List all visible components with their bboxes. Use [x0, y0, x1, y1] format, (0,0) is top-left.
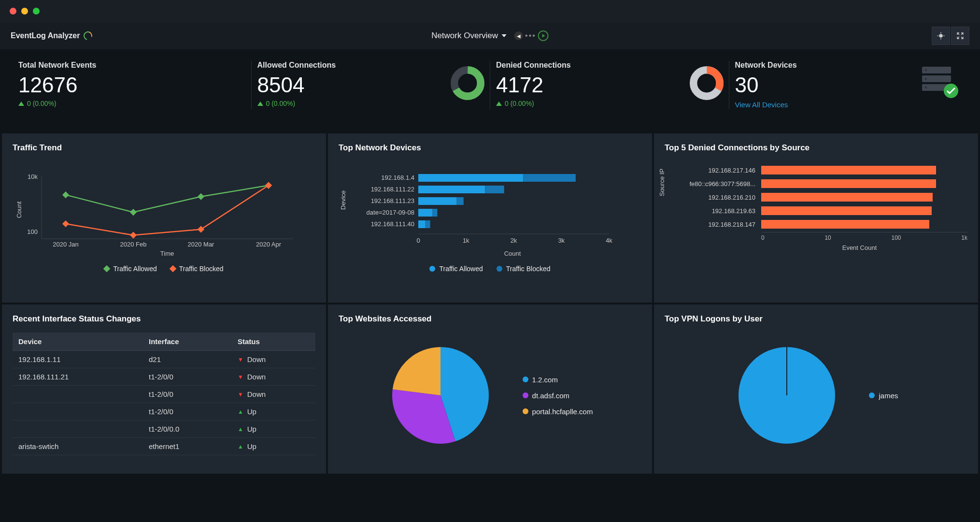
overview-dropdown[interactable]: Network Overview — [431, 31, 507, 41]
legend-dot-icon — [429, 266, 435, 272]
arrow-up-icon: ▲ — [238, 426, 243, 433]
overview-title: Network Overview — [431, 31, 498, 41]
svg-text:2k: 2k — [511, 237, 517, 244]
legend-item: portal.hcfaplle.com — [523, 407, 593, 416]
stats-row: Total Network Events 12676 0 (0.00%) All… — [0, 49, 980, 133]
chart-legend: james — [869, 392, 898, 400]
top-websites-pie-chart — [387, 342, 494, 449]
view-all-devices-link[interactable]: View All Devices — [735, 101, 788, 109]
svg-text:2020 Feb: 2020 Feb — [120, 241, 147, 248]
panel-interface-changes: Recent Interface Status Changes Device I… — [2, 304, 326, 474]
theme-toggle-button[interactable] — [932, 27, 950, 45]
cell-status: ▲Up — [232, 438, 315, 455]
col-device[interactable]: Device — [13, 333, 143, 351]
legend-item: Traffic Blocked — [170, 265, 224, 273]
svg-rect-37 — [523, 174, 576, 182]
svg-text:100: 100 — [27, 228, 38, 235]
panel-top-vpn: Top VPN Logons by User james — [654, 304, 978, 474]
stat-delta: 0 (0.00%) — [496, 100, 723, 107]
top-devices-chart: Device 192.168.1.4192.168.111.22192.168.… — [339, 161, 638, 258]
arrow-down-icon: ▼ — [238, 374, 243, 380]
bar-row: fe80::c966:3077:5698... — [674, 178, 967, 189]
cell-status: ▼Down — [232, 368, 315, 386]
panel-title: Top Websites Accessed — [339, 314, 641, 324]
triangle-up-icon — [257, 102, 263, 106]
table-row[interactable]: t1-2/0/0▼Down — [13, 386, 315, 403]
bar-label: 192.168.216.210 — [674, 194, 761, 201]
cell-device: 192.168.1.11 — [13, 351, 143, 368]
triangle-up-icon — [18, 102, 24, 106]
bar-label: 192.168.218.147 — [674, 221, 761, 228]
svg-text:2020 Jan: 2020 Jan — [53, 241, 79, 248]
panel-title: Top Network Devices — [339, 143, 641, 153]
svg-rect-31 — [130, 232, 137, 239]
legend-dot-icon — [523, 408, 528, 414]
top-vpn-pie-chart — [734, 342, 840, 449]
cell-status: ▲Up — [232, 420, 315, 438]
cell-device: 192.168.111.21 — [13, 368, 143, 386]
cell-device: arista-swtich — [13, 438, 143, 455]
cell-status: ▲Up — [232, 403, 315, 420]
fullscreen-toggle-button[interactable] — [951, 27, 969, 45]
window-titlebar — [0, 0, 980, 22]
bar-row: 192.168.217.146 — [674, 164, 967, 176]
legend-dot-icon — [523, 377, 528, 382]
app-header: EventLog Analyzer Network Overview ◀ ••• — [0, 22, 980, 49]
svg-rect-32 — [198, 226, 204, 233]
prev-button[interactable]: ◀ — [514, 31, 523, 40]
stat-delta: 0 (0.00%) — [257, 100, 484, 107]
svg-text:4k: 4k — [606, 237, 612, 244]
maximize-window-dot[interactable] — [33, 8, 40, 14]
panel-title: Recent Interface Status Changes — [13, 314, 315, 324]
svg-text:192.168.111.40: 192.168.111.40 — [371, 220, 414, 228]
col-interface[interactable]: Interface — [143, 333, 232, 351]
panel-traffic-trend: Traffic Trend Count 10k 100 2020 Jan2020… — [2, 133, 326, 303]
svg-point-0 — [939, 34, 943, 38]
table-row[interactable]: 192.168.1.11d21▼Down — [13, 351, 315, 368]
stat-denied: Denied Connections 4172 0 (0.00%) — [490, 61, 729, 109]
panel-title: Traffic Trend — [13, 143, 315, 153]
cell-status: ▼Down — [232, 386, 315, 403]
allowed-donut-chart — [450, 66, 485, 101]
close-window-dot[interactable] — [10, 8, 16, 14]
table-row[interactable]: t1-2/0/0▲Up — [13, 403, 315, 420]
svg-rect-46 — [433, 209, 438, 217]
logo-icon — [82, 30, 94, 42]
svg-rect-39 — [418, 186, 485, 193]
cell-interface: d21 — [143, 351, 232, 368]
svg-rect-45 — [418, 209, 433, 217]
svg-text:Time: Time — [160, 250, 174, 257]
stat-total-events: Total Network Events 12676 0 (0.00%) — [13, 61, 252, 109]
svg-point-14 — [925, 87, 927, 88]
svg-rect-26 — [62, 191, 69, 198]
slideshow-controls: ◀ ••• — [514, 30, 549, 41]
minimize-window-dot[interactable] — [21, 8, 28, 14]
table-row[interactable]: t1-2/0/0.0▲Up — [13, 420, 315, 438]
play-button[interactable] — [538, 30, 549, 41]
svg-text:192.168.111.22: 192.168.111.22 — [371, 186, 414, 193]
arrow-down-icon: ▼ — [238, 356, 243, 363]
server-stack-icon — [918, 63, 962, 102]
stat-delta: 0 (0.00%) — [18, 100, 245, 107]
legend-dot-icon — [523, 392, 528, 398]
devices-legend: Traffic Allowed Traffic Blocked — [339, 265, 641, 273]
cell-device — [13, 386, 143, 403]
chart-legend: 1.2.comdt.adsf.comportal.hcfaplle.com — [523, 376, 593, 416]
legend-dot-icon — [869, 392, 875, 398]
x-axis-label: Event Count — [752, 244, 967, 251]
svg-text:10k: 10k — [28, 173, 38, 180]
svg-rect-40 — [485, 186, 504, 193]
bar-row: 192.168.219.63 — [674, 205, 967, 217]
app-logo: EventLog Analyzer — [11, 31, 92, 40]
table-row[interactable]: arista-swtichethernet1▲Up — [13, 438, 315, 455]
table-row[interactable]: 192.168.111.21t1-2/0/0▼Down — [13, 368, 315, 386]
legend-item: 1.2.com — [523, 376, 593, 384]
bar-label: fe80::c966:3077:5698... — [674, 180, 761, 188]
legend-item: Traffic Allowed — [429, 265, 483, 273]
col-status[interactable]: Status — [232, 333, 315, 351]
cell-interface: t1-2/0/0 — [143, 386, 232, 403]
traffic-trend-chart: Count 10k 100 2020 Jan2020 Feb2020 Mar20… — [13, 161, 312, 258]
svg-rect-27 — [130, 209, 137, 216]
svg-rect-28 — [198, 193, 204, 200]
chevron-down-icon — [502, 34, 507, 37]
